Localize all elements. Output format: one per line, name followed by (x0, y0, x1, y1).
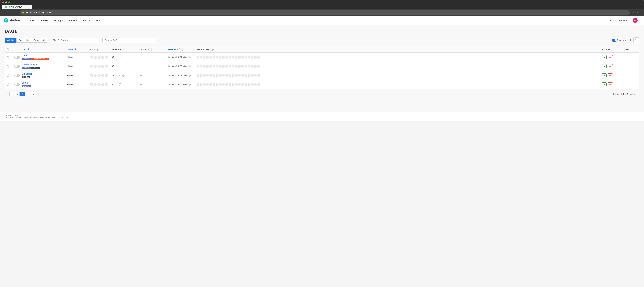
logo[interactable]: Airflow (3, 18, 20, 23)
schedule-info-icon[interactable]: i (119, 56, 121, 58)
more-button-ga4[interactable]: ⋯ (614, 55, 616, 59)
nav-browse[interactable]: Browse ▾ (66, 18, 79, 23)
run-circle (98, 56, 100, 59)
schedule-info-icon[interactable]: i (119, 83, 121, 86)
dag-name-ga4[interactable]: GA-4 (22, 54, 66, 57)
more-button-gitstatus[interactable]: ⋯ (614, 74, 616, 77)
task-circle (241, 74, 244, 77)
nextrun-info-icon-row[interactable]: i (188, 83, 191, 86)
search-input[interactable] (102, 37, 156, 43)
dag-sort-icon: ⇅ (27, 48, 29, 51)
dag-name-cell: Uplus Discord (22, 82, 66, 87)
reload-button[interactable]: ↻ (14, 11, 18, 14)
nextrun-info-icon-row[interactable]: i (188, 56, 191, 58)
play-button-gitstatus[interactable]: ▶ (602, 73, 606, 77)
menu-icon[interactable]: ⋮ (640, 11, 642, 14)
top-nav: Airflow DAGs Datasets Security ▾ Browse … (0, 16, 644, 25)
more-button-uplus[interactable]: ⋯ (614, 83, 616, 86)
traffic-light-green[interactable] (8, 1, 10, 3)
runs-info-icon[interactable]: i (96, 48, 99, 51)
dag-name-gitstatus[interactable]: Git-Status (22, 72, 66, 75)
dag-tag[interactable]: GitHub (22, 76, 30, 78)
task-circle (222, 65, 225, 68)
dag-tag[interactable]: Discord (22, 57, 31, 60)
browser-tab-active[interactable]: DAGs - Airflow × (2, 5, 32, 9)
extensions-icon[interactable]: ⚙ (636, 11, 638, 14)
task-circle (238, 65, 241, 68)
delete-button-uplus[interactable]: 🗑 (608, 82, 613, 86)
nextrun-info-icon-row[interactable]: i (188, 65, 191, 67)
dag-name-githubfollow[interactable]: GitHub-Follow (22, 63, 66, 66)
autorefresh-toggle[interactable] (612, 38, 618, 42)
tab-paused[interactable]: Paused 4 (31, 38, 48, 42)
time-display: 23:11 KST (+09:00) (608, 19, 628, 21)
dag-toggle-gitstatus[interactable] (14, 74, 20, 77)
row-info-icon[interactable]: i (7, 65, 13, 68)
tag-filter-input[interactable] (50, 37, 100, 43)
play-button-githubfollow[interactable]: ▶ (602, 64, 606, 68)
back-button[interactable]: ← (2, 11, 6, 14)
schedule-info-icon[interactable]: i (122, 74, 125, 76)
dag-name-uplus[interactable]: Uplus (22, 82, 66, 84)
tab-active[interactable]: Active 0 (16, 38, 32, 42)
th-dag[interactable]: DAG ⇅ (22, 48, 66, 51)
row-info-icon[interactable]: i (7, 56, 13, 58)
dag-toggle-ga4[interactable] (14, 56, 20, 59)
refresh-button[interactable]: ↻ (634, 37, 639, 43)
dag-table: i DAG ⇅ Owner ⇅ Runs i Schedule (5, 46, 639, 89)
row-info-icon[interactable]: i (7, 74, 13, 77)
run-circle (105, 56, 108, 59)
delete-button-ga4[interactable]: 🗑 (608, 55, 613, 59)
new-tab-button[interactable]: + (33, 5, 37, 9)
dag-tags-uplus: Discord (22, 85, 66, 87)
dag-toggle-uplus[interactable] (14, 83, 20, 86)
forward-button[interactable]: → (8, 11, 12, 14)
version-link[interactable]: v2.6.2 (13, 114, 18, 117)
tab-close-button[interactable]: × (29, 6, 30, 8)
page-1-button[interactable]: 1 (20, 92, 25, 96)
run-circle (105, 83, 108, 86)
row-info-icon[interactable]: i (7, 83, 13, 86)
nav-datasets[interactable]: Datasets (37, 18, 50, 23)
page-last-button[interactable]: » (31, 92, 36, 96)
recenttasks-info-icon[interactable]: i (211, 48, 214, 51)
url-box[interactable]: 🔒 airflow.zerohertz.xyz/home (20, 10, 630, 15)
task-circle (209, 65, 212, 68)
dag-tag[interactable]: Discord (22, 85, 31, 87)
delete-button-gitstatus[interactable]: 🗑 (608, 73, 613, 77)
nav-admin[interactable]: Admin ▾ (80, 18, 92, 23)
traffic-light-red[interactable] (2, 1, 4, 3)
nav-security[interactable]: Security ▾ (51, 18, 65, 23)
th-nextrun[interactable]: Next Run ⇅ i (168, 48, 195, 51)
bookmark-icon[interactable]: ☆ (632, 11, 634, 14)
traffic-light-yellow[interactable] (5, 1, 7, 3)
play-button-ga4[interactable]: ▶ (602, 55, 606, 59)
task-circle (257, 74, 260, 77)
header-info-icon[interactable]: i (7, 48, 9, 51)
nextrun-info-icon-row[interactable]: i (188, 74, 191, 76)
tab-all[interactable]: All 4 (5, 38, 16, 42)
schedule-info-icon[interactable]: i (119, 65, 121, 67)
page-first-button[interactable]: « (10, 92, 14, 96)
page-next-button[interactable]: › (26, 92, 30, 96)
lastrun-info-icon[interactable]: i (150, 48, 152, 51)
dag-tag[interactable]: Discord (22, 67, 31, 69)
nextrun-info-icon[interactable]: i (181, 48, 184, 51)
user-avatar[interactable]: AU (632, 18, 638, 23)
delete-button-githubfollow[interactable]: 🗑 (608, 64, 613, 68)
nav-dags[interactable]: DAGs (26, 18, 36, 23)
nav-docs[interactable]: Docs ▾ (93, 18, 104, 23)
run-circles-uplus (90, 83, 110, 86)
page-prev-button[interactable]: ‹ (15, 92, 19, 96)
th-owner[interactable]: Owner ⇅ (67, 48, 89, 51)
task-circle (257, 83, 260, 86)
dag-tag[interactable]: Google Analytics 4 (31, 57, 49, 60)
task-circle (232, 65, 234, 68)
task-circle (200, 83, 202, 86)
run-circle (98, 65, 100, 68)
more-button-githubfollow[interactable]: ⋯ (614, 65, 616, 68)
play-button-uplus[interactable]: ▶ (602, 82, 606, 86)
task-circle (235, 56, 238, 58)
dag-tag[interactable]: GitHub (31, 67, 40, 69)
dag-toggle-githubfollow[interactable] (14, 65, 20, 68)
